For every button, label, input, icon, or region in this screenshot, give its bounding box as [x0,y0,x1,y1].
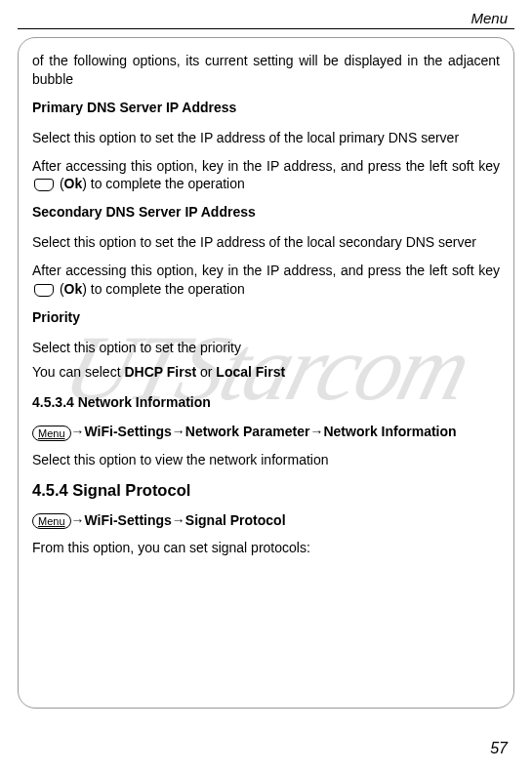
path-network-information: Network Information [323,424,456,439]
menu-icon-label: Menu [38,427,65,439]
menu-icon: Menu [32,513,71,529]
intro-text: of the following options, its current se… [32,52,500,89]
dhcp-first-label: DHCP First [124,364,196,380]
secondary-dns-heading: Secondary DNS Server IP Address [32,203,500,222]
arrow-icon: → [172,424,185,439]
secondary-dns-p2: After accessing this option, key in the … [32,262,500,299]
secondary-dns-p1: Select this option to set the IP address… [32,233,500,252]
softkey-icon [34,179,54,191]
network-info-p1: Select this option to view the network i… [32,451,500,469]
path-wifi-settings: WiFi-Settings [85,512,172,528]
primary-dns-heading: Primary DNS Server IP Address [32,99,500,117]
arrow-icon: → [71,424,85,439]
primary-dns-p2: After accessing this option, key in the … [32,157,500,194]
text-fragment: After accessing this option, key in the … [32,263,500,278]
priority-heading: Priority [32,308,500,327]
text-fragment: After accessing this option, key in the … [32,158,500,174]
content-body: of the following options, its current se… [32,52,500,557]
menu-icon: Menu [32,426,71,441]
network-info-heading: 4.5.3.4 Network Information [32,393,500,412]
text-fragment: ( [56,281,64,297]
signal-protocol-path: Menu→WiFi-Settings→Signal Protocol [32,511,500,530]
ok-label: Ok [64,281,83,297]
softkey-icon [34,284,54,297]
text-fragment: ) to complete the operation [82,176,245,191]
arrow-icon: → [71,512,85,528]
header-divider [18,28,514,29]
ok-label: Ok [64,176,83,191]
text-fragment: You can select [32,364,124,380]
menu-icon-label: Menu [38,515,65,527]
signal-protocol-heading: 4.5.4 Signal Protocol [32,479,500,501]
network-info-path: Menu→WiFi-Settings→Network Parameter→Net… [32,423,500,441]
page-number: 57 [490,740,508,757]
arrow-icon: → [309,424,323,439]
primary-dns-p1: Select this option to set the IP address… [32,129,500,147]
path-signal-protocol: Signal Protocol [185,512,286,528]
priority-p1: Select this option to set the priority [32,339,500,357]
path-wifi-settings: WiFi-Settings [85,424,172,439]
text-fragment: ( [56,176,64,191]
content-frame: UTStarcom of the following options, its … [18,37,514,709]
signal-protocol-p1: From this option, you can set signal pro… [32,539,500,557]
local-first-label: Local First [216,364,285,380]
priority-p2: You can select DHCP First or Local First [32,363,500,382]
path-network-parameter: Network Parameter [185,424,310,439]
arrow-icon: → [172,512,185,528]
text-fragment: ) to complete the operation [82,281,245,297]
text-fragment: or [196,364,216,380]
page-header: Menu [0,0,532,28]
